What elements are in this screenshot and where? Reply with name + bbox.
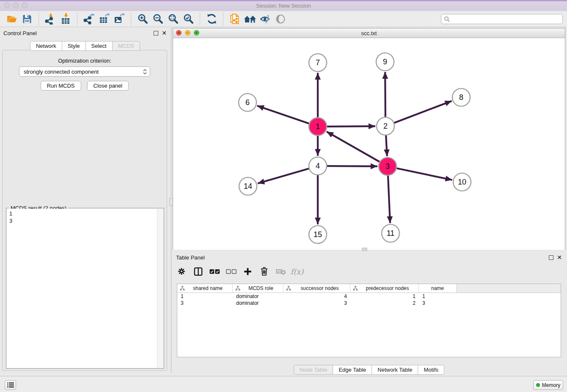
control-panel-title: Control Panel (3, 30, 37, 36)
hide-all-columns-icon[interactable] (225, 265, 237, 278)
search-input[interactable] (441, 14, 563, 24)
table-cell[interactable]: 1 (419, 293, 457, 299)
apply-layout-icon[interactable] (205, 13, 218, 25)
graph-svg: 1234678910111415 (173, 38, 565, 250)
close-panel-button[interactable]: Close panel (87, 81, 129, 91)
close-table-panel-icon[interactable]: ✕ (557, 255, 562, 260)
tab-network[interactable]: Network (30, 41, 62, 51)
mcds-result-group: MCDS result (2 nodes) 1 3 (6, 208, 164, 369)
import-table-icon[interactable] (59, 13, 72, 25)
zoom-fit-icon[interactable] (167, 13, 179, 25)
home-icon[interactable] (244, 13, 256, 25)
float-panel-icon[interactable] (154, 31, 158, 36)
open-file-icon[interactable] (6, 13, 18, 25)
table-cell[interactable]: 3 (177, 300, 233, 306)
export-image-icon[interactable] (113, 13, 126, 25)
zoom-window-button[interactable] (22, 3, 28, 8)
save-session-icon[interactable] (21, 13, 33, 25)
export-network-icon[interactable] (83, 13, 95, 25)
network-file-icon[interactable] (228, 13, 241, 25)
memory-status-icon (536, 383, 540, 387)
show-panels-menu-button[interactable] (5, 380, 16, 390)
search-icon (444, 16, 450, 22)
network-window-titlebar[interactable]: ✕ − + scc.txt (173, 28, 565, 38)
column-header-MCDS-role[interactable]: MCDS role (233, 284, 284, 293)
tab-network-table[interactable]: Network Table (372, 365, 418, 375)
tab-edge-table[interactable]: Edge Table (333, 365, 372, 375)
network-close-button[interactable]: ✕ (176, 30, 182, 36)
main-toolbar (0, 11, 567, 27)
float-table-panel-icon[interactable] (549, 255, 553, 260)
table-cell[interactable]: 1 (350, 293, 419, 299)
graph-edge-4-3[interactable] (327, 166, 377, 166)
select-arrows-icon (143, 69, 147, 75)
search-field[interactable] (441, 14, 563, 24)
graph-edge-3-11[interactable] (388, 176, 390, 223)
network-resize-grip[interactable] (362, 248, 367, 251)
close-window-button[interactable] (4, 3, 10, 8)
graph-edge-3-1[interactable] (327, 132, 380, 162)
mcds-result-text[interactable]: 1 3 (7, 209, 163, 368)
table-row[interactable]: 1dominator411 (177, 293, 561, 300)
zoom-out-icon[interactable] (151, 13, 164, 25)
column-header-filler (457, 284, 561, 293)
settings-gear-icon[interactable] (175, 265, 188, 278)
graph-edge-2-3[interactable] (386, 135, 387, 156)
graph-edge-3-10[interactable] (397, 168, 452, 180)
graph-edge-4-14[interactable] (258, 168, 309, 183)
tab-node-table[interactable]: Node Table (294, 365, 333, 375)
delete-table-icon[interactable] (274, 265, 287, 278)
tab-mcds[interactable]: MCDS (112, 41, 140, 51)
node-table-body[interactable]: 1dominator4113dominator323 (177, 293, 561, 306)
tab-motifs[interactable]: Motifs (418, 365, 444, 375)
column-header-shared-name[interactable]: shared name (177, 284, 233, 293)
graph-edge-2-9[interactable] (385, 72, 385, 117)
node-table-header[interactable]: shared name MCDS role successor nodes pr… (177, 284, 561, 293)
table-cell[interactable]: 4 (284, 293, 350, 299)
mcds-result-scrollbar[interactable] (157, 209, 163, 368)
graph-edge-2-8[interactable] (394, 101, 452, 123)
show-all-columns-icon[interactable] (208, 265, 221, 278)
network-maximize-button[interactable]: + (194, 30, 199, 36)
node-table[interactable]: shared name MCDS role successor nodes pr… (177, 284, 561, 357)
tab-style[interactable]: Style (62, 41, 85, 51)
memory-label: Memory (542, 382, 560, 388)
column-header-name[interactable]: name (419, 284, 457, 293)
zoom-in-icon[interactable] (136, 13, 149, 25)
add-column-icon[interactable] (241, 265, 254, 278)
network-canvas[interactable]: 1234678910111415 (173, 38, 565, 250)
column-header-predecessor-nodes[interactable]: predecessor nodes (350, 284, 419, 293)
column-header-successor-nodes[interactable]: successor nodes (284, 284, 350, 293)
window-controls[interactable] (4, 3, 28, 8)
graph-edge-1-6[interactable] (257, 106, 309, 124)
criterion-select[interactable]: strongly connected component (19, 66, 150, 77)
show-panels-icon[interactable] (274, 13, 287, 25)
table-cell[interactable]: dominator (233, 293, 284, 299)
hide-panels-icon[interactable] (259, 13, 272, 25)
minimize-window-button[interactable] (13, 3, 19, 8)
graph-edge-1-2[interactable] (327, 126, 375, 127)
table-row[interactable]: 3dominator323 (177, 300, 561, 306)
tab-select[interactable]: Select (85, 41, 112, 51)
table-cell[interactable]: 3 (419, 300, 457, 306)
run-mcds-button[interactable]: Run MCDS (41, 81, 81, 91)
memory-button[interactable]: Memory (533, 380, 563, 390)
column-selector-icon[interactable] (192, 265, 204, 278)
network-view-window: ✕ − + scc.txt 1234678910111415 (173, 28, 565, 250)
zoom-selected-icon[interactable] (182, 13, 195, 25)
function-builder-icon[interactable]: f(x) (291, 265, 303, 278)
graph-node-label-4: 4 (316, 162, 320, 170)
table-cell[interactable]: 3 (284, 300, 350, 306)
control-panel: Control Panel ✕ NetworkStyleSelectMCDS O… (0, 28, 170, 373)
window-title: Session: New Session (256, 3, 311, 9)
control-panel-tabs: NetworkStyleSelectMCDS (0, 41, 170, 51)
export-table-icon[interactable] (98, 13, 110, 25)
import-network-icon[interactable] (44, 13, 57, 25)
table-panel-title: Table Panel (176, 254, 205, 261)
table-cell[interactable]: 2 (350, 300, 419, 306)
close-panel-icon[interactable]: ✕ (162, 31, 167, 36)
delete-column-icon[interactable] (258, 265, 270, 278)
table-cell[interactable]: dominator (233, 300, 284, 306)
table-cell[interactable]: 1 (177, 293, 233, 299)
network-minimize-button[interactable]: − (185, 30, 190, 36)
